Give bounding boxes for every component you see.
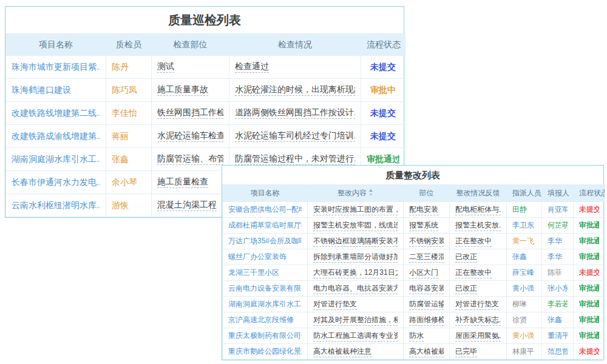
inspector-name[interactable]: 陈巧凤 — [106, 79, 152, 102]
status-badge: 未提交 — [361, 102, 405, 125]
inspection-part[interactable]: 测试 — [152, 56, 229, 79]
project-name-link[interactable]: 珠海市城市更新项目紫... — [6, 56, 106, 79]
inspection-part[interactable]: 水泥砼运输车检查 — [152, 125, 229, 148]
rectify-feedback[interactable]: 已改正 — [450, 249, 507, 265]
project-name-link[interactable]: 龙湖三千里小区 — [223, 265, 308, 281]
project-name-link[interactable]: 长春市伊通河水力发电... — [6, 171, 106, 194]
rectify-part[interactable]: 报警系统 — [404, 218, 450, 234]
rectify-feedback[interactable]: 报警主机安放... — [450, 218, 507, 234]
project-name-link[interactable]: 成都杜甫草堂临时展厅独立展... — [223, 218, 308, 234]
inspection-part[interactable]: 铁丝网围挡工作检查 — [152, 102, 229, 125]
rectify-part[interactable]: 不锈钢安装... — [404, 234, 450, 249]
rectify-part[interactable]: 防水 — [404, 328, 450, 344]
reporter-name[interactable]: 张鑫 — [542, 312, 574, 328]
sort-icon[interactable] — [368, 189, 373, 196]
inspector-name[interactable]: 李佳怡 — [106, 102, 152, 125]
status-badge: 未提交 — [574, 202, 605, 218]
project-name-link[interactable]: 湖南洞庭湖水库引水工... — [6, 148, 106, 171]
col-header-part: 检查部位 — [152, 34, 229, 56]
project-name-link[interactable]: 改建铁路成渝线增建第... — [6, 125, 106, 148]
project-name-link[interactable]: 重庆太极制药有限公司亳州中... — [223, 328, 308, 344]
project-name-link[interactable]: 安徽合肥供电公司--配电设备... — [223, 202, 308, 218]
table-row: 改建铁路成渝线增建第...蒋丽水泥砼运输车检查水泥砼运输车司机经过专门培训...… — [6, 125, 405, 148]
reporter-name[interactable]: 何芷萌 — [542, 218, 574, 234]
project-name-link[interactable]: 重庆市鹅岭公园绿化景观提升... — [223, 344, 308, 360]
rectify-feedback[interactable]: 已改正 — [450, 281, 507, 297]
rectify-content[interactable]: 防水工程施工选调有专业资质... — [308, 328, 404, 344]
assignee-name[interactable]: 黄一飞 — [507, 234, 542, 249]
assignee-name[interactable]: 徐贤 — [507, 312, 542, 328]
status-badge: 审批通过 — [574, 312, 605, 328]
reporter-name[interactable]: 董清平 — [542, 328, 574, 344]
reporter-name[interactable]: 张小东 — [542, 281, 574, 297]
inspector-name[interactable]: 余小琴 — [106, 171, 152, 194]
status-badge: 审批通过 — [574, 328, 605, 344]
assignee-name[interactable]: 薛宝峰 — [507, 265, 542, 281]
rectify-content[interactable]: 报警主机安放牢固，线缆连接... — [308, 218, 404, 234]
rectify-content[interactable]: 对管进行垫支 — [308, 297, 404, 312]
project-name-link[interactable]: 改建铁路线增建第二线... — [6, 102, 106, 125]
rectify-part[interactable]: 路面维修检... — [404, 312, 450, 328]
table-row: 珠海鹤港口建设陈巧凤施工质量事故水泥砼灌注的时候，出现离析现象审批中 — [6, 79, 405, 102]
rectify-part[interactable]: 小区大门 — [404, 265, 450, 281]
reporter-name[interactable]: 李华 — [542, 234, 574, 249]
reporter-name[interactable]: 李若若 — [542, 297, 574, 312]
reporter-name[interactable]: 肖亚军 — [542, 202, 574, 218]
rectify-content[interactable]: 不锈钢边框玻璃隔断安装不牢... — [308, 234, 404, 249]
rectify-content[interactable]: 对其及时开展整治措施，桥头... — [308, 312, 404, 328]
assignee-name[interactable]: 柳琳 — [507, 297, 542, 312]
rectify-feedback[interactable]: 对管进行垫支 — [450, 297, 507, 312]
col-header-part: 部位 — [404, 185, 450, 202]
rectify-feedback[interactable]: 配电柜柜体与... — [450, 202, 507, 218]
assignee-name[interactable]: 李卫东 — [507, 218, 542, 234]
inspection-part[interactable]: 防腐管运输、布管 — [152, 148, 229, 171]
inspection-situation[interactable]: 水泥砼运输车司机经过专门培训... — [229, 125, 361, 148]
col-header-content[interactable]: 整改内容 — [308, 185, 404, 202]
project-name-link[interactable]: 云南水利枢纽潜明水库... — [6, 194, 106, 217]
status-badge: 未提交 — [361, 56, 405, 79]
reporter-name[interactable]: 李华 — [542, 249, 574, 265]
assignee-name[interactable]: 黄小强 — [507, 328, 542, 344]
project-name-link[interactable]: 螺丝厂办公室装饰 — [223, 249, 308, 265]
project-name-link[interactable]: 万达广场35#会所及咖啡厅空... — [223, 234, 308, 249]
inspection-situation[interactable]: 检查通过 — [229, 56, 361, 79]
rectify-part[interactable]: 高大植被栽种 — [404, 344, 450, 360]
rectify-content[interactable]: 拆除到承重墙部分请做好加固... — [308, 249, 404, 265]
project-name-link[interactable]: 京沪高速北京段维修 — [223, 312, 308, 328]
rectify-feedback[interactable]: 屋面采用聚氨... — [450, 328, 507, 344]
rectify-feedback[interactable]: 正在整改中 — [450, 234, 507, 249]
inspector-name[interactable]: 陈丹 — [106, 56, 152, 79]
inspection-situation[interactable]: 道路两侧铁丝网围挡工作按设计... — [229, 102, 361, 125]
inspection-situation[interactable]: 水泥砼灌注的时候，出现离析现象 — [229, 79, 361, 102]
assignee-name[interactable]: 林康平 — [507, 344, 542, 360]
rectify-feedback[interactable]: 正在整改中 — [450, 265, 507, 281]
status-badge: 审批通过 — [574, 218, 605, 234]
rectify-part[interactable]: 防腐管运输... — [404, 297, 450, 312]
rectify-feedback[interactable]: 补齐缺失标志... — [450, 312, 507, 328]
rectify-feedback[interactable]: 已完毕 — [450, 344, 507, 360]
inspection-part[interactable]: 施工质量检查 — [152, 171, 229, 194]
inspector-name[interactable]: 张鑫 — [106, 148, 152, 171]
rectify-part[interactable]: 配电安装 — [404, 202, 450, 218]
rectify-part[interactable]: 电容器安装... — [404, 281, 450, 297]
inspection-part[interactable]: 混凝土沟渠工程 — [152, 194, 229, 217]
assignee-name[interactable]: 田静 — [507, 202, 542, 218]
quality-rectify-table: 项目名称 整改内容 部位 整改情况反馈 指派人员 填报人 流程状态 安徽合肥供电… — [222, 184, 605, 360]
reporter-name[interactable]: 范思哲 — [542, 344, 574, 360]
project-name-link[interactable]: 湖南洞庭湖水库引水工程施工1标 — [223, 297, 308, 312]
rectify-content[interactable]: 高大植被栽种注意 — [308, 344, 404, 360]
project-name-link[interactable]: 云南电力设备安装有限公司20... — [223, 281, 308, 297]
rectify-content[interactable]: 安装时应按施工图的布置，将... — [308, 202, 404, 218]
rectify-content[interactable]: 大理石砖更换，12月31日之... — [308, 265, 404, 281]
reporter-name[interactable]: 陈菲 — [542, 265, 574, 281]
table-header-row: 项目名称 整改内容 部位 整改情况反馈 指派人员 填报人 流程状态 — [223, 185, 605, 202]
col-header-status: 流程状态 — [361, 34, 405, 56]
assignee-name[interactable]: 黄小强 — [507, 281, 542, 297]
inspector-name[interactable]: 游恢 — [106, 194, 152, 217]
inspection-part[interactable]: 施工质量事故 — [152, 79, 229, 102]
assignee-name[interactable]: 张鑫 — [507, 249, 542, 265]
rectify-content[interactable]: 电力电容器、电抗器安装方案... — [308, 281, 404, 297]
rectify-part[interactable]: 二至三楼混... — [404, 249, 450, 265]
inspector-name[interactable]: 蒋丽 — [106, 125, 152, 148]
project-name-link[interactable]: 珠海鹤港口建设 — [6, 79, 106, 102]
